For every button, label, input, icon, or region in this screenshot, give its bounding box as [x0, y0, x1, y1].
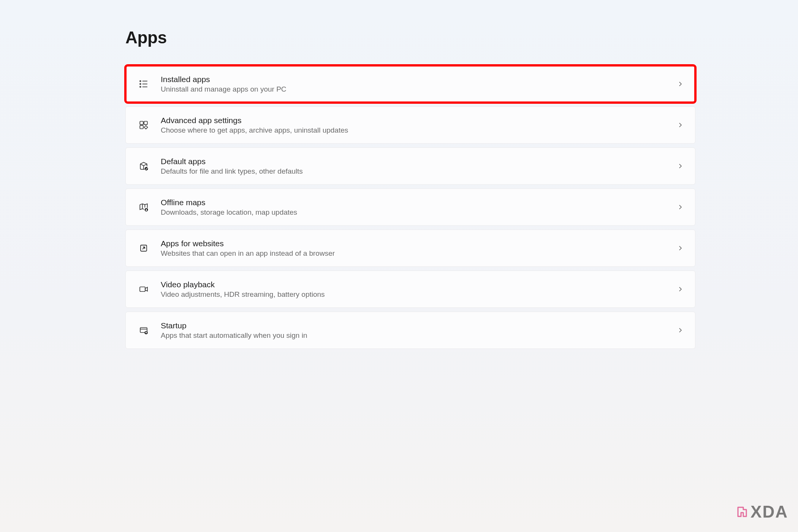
svg-rect-8: [140, 125, 143, 129]
item-text: Installed apps Uninstall and manage apps…: [161, 75, 665, 93]
xda-logo-icon: [736, 506, 748, 518]
item-title: Apps for websites: [161, 239, 665, 248]
chevron-right-icon: [676, 285, 684, 293]
svg-rect-6: [140, 121, 143, 125]
chevron-right-icon: [676, 80, 684, 88]
item-text: Video playback Video adjustments, HDR st…: [161, 280, 665, 299]
item-text: Default apps Defaults for file and link …: [161, 157, 665, 176]
startup-icon: [138, 325, 149, 336]
chevron-right-icon: [676, 203, 684, 211]
apps-gear-icon: [138, 119, 149, 131]
svg-point-0: [140, 81, 141, 82]
item-description: Choose where to get apps, archive apps, …: [161, 126, 665, 135]
svg-rect-22: [140, 287, 145, 291]
open-external-icon: [138, 242, 149, 254]
item-text: Startup Apps that start automatically wh…: [161, 321, 665, 340]
item-description: Downloads, storage location, map updates: [161, 208, 665, 217]
svg-point-9: [144, 126, 147, 128]
watermark: XDA: [736, 502, 788, 521]
item-video-playback[interactable]: Video playback Video adjustments, HDR st…: [125, 271, 695, 308]
item-text: Offline maps Downloads, storage location…: [161, 198, 665, 217]
item-text: Apps for websites Websites that can open…: [161, 239, 665, 258]
video-icon: [138, 283, 149, 295]
item-offline-maps[interactable]: Offline maps Downloads, storage location…: [125, 188, 695, 226]
item-description: Apps that start automatically when you s…: [161, 331, 665, 340]
svg-rect-7: [144, 121, 147, 125]
item-title: Startup: [161, 321, 665, 330]
svg-point-1: [140, 84, 141, 85]
item-default-apps[interactable]: Default apps Defaults for file and link …: [125, 147, 695, 185]
item-advanced-app-settings[interactable]: Advanced app settings Choose where to ge…: [125, 106, 695, 144]
settings-items-list: Installed apps Uninstall and manage apps…: [125, 65, 695, 349]
item-title: Video playback: [161, 280, 665, 289]
chevron-right-icon: [676, 326, 684, 334]
item-description: Uninstall and manage apps on your PC: [161, 85, 665, 93]
item-description: Websites that can open in an app instead…: [161, 249, 665, 258]
item-description: Video adjustments, HDR streaming, batter…: [161, 290, 665, 299]
chevron-right-icon: [676, 121, 684, 129]
chevron-right-icon: [676, 162, 684, 170]
item-title: Offline maps: [161, 198, 665, 207]
item-startup[interactable]: Startup Apps that start automatically wh…: [125, 312, 695, 349]
item-apps-for-websites[interactable]: Apps for websites Websites that can open…: [125, 230, 695, 267]
chevron-right-icon: [676, 244, 684, 252]
item-title: Default apps: [161, 157, 665, 166]
map-download-icon: [138, 201, 149, 213]
item-description: Defaults for file and link types, other …: [161, 167, 665, 176]
item-text: Advanced app settings Choose where to ge…: [161, 116, 665, 135]
watermark-text: XDA: [750, 502, 788, 521]
list-checklist-icon: [138, 78, 149, 90]
box-check-icon: [138, 160, 149, 172]
item-installed-apps[interactable]: Installed apps Uninstall and manage apps…: [125, 65, 695, 103]
item-title: Installed apps: [161, 75, 665, 84]
svg-point-2: [140, 86, 141, 87]
item-title: Advanced app settings: [161, 116, 665, 125]
page-title: Apps: [125, 28, 695, 47]
